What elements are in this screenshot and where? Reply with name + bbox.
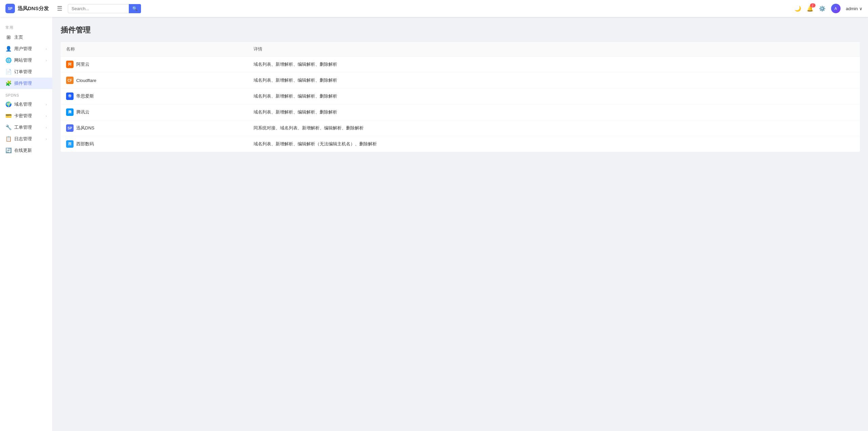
plugin-logo-aliyun: 阿 bbox=[66, 61, 74, 68]
avatar: A bbox=[831, 4, 841, 13]
sidebar-label-domain-mgmt: 域名管理 bbox=[14, 101, 32, 107]
plugin-icon: 🧩 bbox=[5, 80, 12, 86]
plugin-name-cell: 西 西部数码 bbox=[61, 136, 248, 152]
chevron-right-icon: › bbox=[46, 103, 47, 106]
col-name-header: 名称 bbox=[61, 42, 248, 57]
user-name: admin bbox=[846, 6, 858, 11]
plugin-name-aliyun: 阿里云 bbox=[76, 61, 89, 67]
sidebar-item-tools-mgmt[interactable]: 🔧 工单管理 › bbox=[0, 122, 52, 133]
sidebar-item-plugin-mgmt[interactable]: 🧩 插件管理 bbox=[0, 78, 52, 89]
plugin-name-cell: 帝 帝思爱斯 bbox=[61, 88, 248, 104]
plugin-name-cell: CF Cloudflare bbox=[61, 73, 248, 88]
plugin-detail-westdata: 域名列表、新增解析、编辑解析（无法编辑主机名）、删除解析 bbox=[248, 136, 860, 152]
sidebar-label-home: 主页 bbox=[14, 34, 23, 40]
main-content: 插件管理 名称 详情 阿 阿里云 域名列表、新增解析、编辑解析、删除解析 bbox=[53, 17, 868, 431]
plugin-logo-spfdns: SP bbox=[66, 124, 74, 132]
plugin-table: 名称 详情 阿 阿里云 域名列表、新增解析、编辑解析、删除解析 CF Cloud… bbox=[61, 42, 860, 152]
sidebar-label-user-mgmt: 用户管理 bbox=[14, 46, 32, 52]
col-detail-header: 详情 bbox=[248, 42, 860, 57]
plugin-name-spfdns: 迅风DNS bbox=[76, 125, 94, 131]
sidebar-label-online-update: 在线更新 bbox=[14, 147, 32, 153]
plugin-logo-dnsimple: 帝 bbox=[66, 93, 74, 100]
user-icon: 👤 bbox=[5, 46, 12, 52]
plugin-detail-aliyun: 域名列表、新增解析、编辑解析、删除解析 bbox=[248, 57, 860, 73]
logo-area: SP 迅风DNS分发 bbox=[5, 4, 53, 13]
sidebar-label-log-mgmt: 日志管理 bbox=[14, 136, 32, 142]
search-input[interactable] bbox=[68, 4, 129, 13]
chevron-right-icon: › bbox=[46, 59, 47, 62]
menu-toggle-button[interactable]: ☰ bbox=[56, 3, 64, 14]
plugin-name-tencent: 腾讯云 bbox=[76, 109, 89, 115]
theme-toggle-button[interactable]: 🌙 bbox=[794, 5, 801, 12]
sidebar-label-tools-mgmt: 工单管理 bbox=[14, 124, 32, 130]
logo-text: 迅风DNS分发 bbox=[18, 5, 49, 12]
plugin-name-cell: SP 迅风DNS bbox=[61, 120, 248, 136]
plugin-name-cell: 腾 腾讯云 bbox=[61, 104, 248, 120]
plugin-detail-dnsimple: 域名列表、新增解析、编辑解析、删除解析 bbox=[248, 88, 860, 104]
logo-icon: SP bbox=[5, 4, 15, 13]
search-area: 🔍 bbox=[68, 4, 141, 13]
plugin-table-container: 名称 详情 阿 阿里云 域名列表、新增解析、编辑解析、删除解析 CF Cloud… bbox=[61, 42, 860, 152]
sidebar-item-site-mgmt[interactable]: 🌐 网站管理 › bbox=[0, 55, 52, 66]
user-dropdown-icon: ∨ bbox=[859, 6, 863, 11]
chevron-right-icon: › bbox=[46, 114, 47, 118]
sidebar-label-card-mgmt: 卡密管理 bbox=[14, 113, 32, 119]
plugin-detail-tencent: 域名列表、新增解析、编辑解析、删除解析 bbox=[248, 104, 860, 120]
site-icon: 🌐 bbox=[5, 57, 12, 63]
sidebar: 常用 ⊞ 主页 👤 用户管理 › 🌐 网站管理 › 📄 订单管理 🧩 插件管理 … bbox=[0, 17, 53, 431]
chevron-right-icon: › bbox=[46, 126, 47, 129]
plugin-detail-spfdns: 同系统对接、域名列表、新增解析、编辑解析、删除解析 bbox=[248, 120, 860, 136]
plugin-name-dnsimple: 帝思爱斯 bbox=[76, 93, 94, 99]
header-right: 🌙 🔔 2 ⚙️ A admin ∨ bbox=[794, 4, 863, 13]
sidebar-item-domain-mgmt[interactable]: 🌍 域名管理 › bbox=[0, 99, 52, 110]
log-icon: 📋 bbox=[5, 136, 12, 142]
table-row: 西 西部数码 域名列表、新增解析、编辑解析（无法编辑主机名）、删除解析 bbox=[61, 136, 860, 152]
table-row: SP 迅风DNS 同系统对接、域名列表、新增解析、编辑解析、删除解析 bbox=[61, 120, 860, 136]
sidebar-section-spdns: SPDNS bbox=[0, 89, 52, 99]
plugin-logo-cloudflare: CF bbox=[66, 77, 74, 84]
plugin-name-cloudflare: Cloudflare bbox=[76, 78, 96, 83]
plugin-detail-cloudflare: 域名列表、新增解析、编辑解析、删除解析 bbox=[248, 73, 860, 88]
sidebar-item-order-mgmt[interactable]: 📄 订单管理 bbox=[0, 66, 52, 78]
user-menu[interactable]: admin ∨ bbox=[846, 6, 863, 11]
settings-button[interactable]: ⚙️ bbox=[819, 5, 826, 12]
sidebar-item-online-update[interactable]: 🔄 在线更新 bbox=[0, 145, 52, 156]
table-row: CF Cloudflare 域名列表、新增解析、编辑解析、删除解析 bbox=[61, 73, 860, 88]
plugin-logo-tencent: 腾 bbox=[66, 108, 74, 116]
notification-bell[interactable]: 🔔 2 bbox=[807, 5, 813, 12]
table-row: 腾 腾讯云 域名列表、新增解析、编辑解析、删除解析 bbox=[61, 104, 860, 120]
card-icon: 💳 bbox=[5, 113, 12, 119]
notification-badge: 2 bbox=[810, 3, 815, 7]
table-row: 帝 帝思爱斯 域名列表、新增解析、编辑解析、删除解析 bbox=[61, 88, 860, 104]
plugin-name-westdata: 西部数码 bbox=[76, 141, 94, 147]
sidebar-label-plugin-mgmt: 插件管理 bbox=[14, 80, 32, 86]
tools-icon: 🔧 bbox=[5, 124, 12, 130]
sidebar-item-card-mgmt[interactable]: 💳 卡密管理 › bbox=[0, 110, 52, 122]
domain-icon: 🌍 bbox=[5, 101, 12, 107]
chevron-right-icon: › bbox=[46, 47, 47, 51]
order-icon: 📄 bbox=[5, 69, 12, 75]
home-icon: ⊞ bbox=[5, 34, 12, 40]
sidebar-label-site-mgmt: 网站管理 bbox=[14, 57, 32, 63]
sidebar-item-user-mgmt[interactable]: 👤 用户管理 › bbox=[0, 43, 52, 55]
sidebar-item-home[interactable]: ⊞ 主页 bbox=[0, 32, 52, 43]
plugin-name-cell: 阿 阿里云 bbox=[61, 57, 248, 73]
table-row: 阿 阿里云 域名列表、新增解析、编辑解析、删除解析 bbox=[61, 57, 860, 73]
sidebar-item-log-mgmt[interactable]: 📋 日志管理 › bbox=[0, 133, 52, 145]
sidebar-section-common: 常用 bbox=[0, 21, 52, 32]
chevron-right-icon: › bbox=[46, 137, 47, 141]
search-button[interactable]: 🔍 bbox=[129, 4, 141, 13]
app-header: SP 迅风DNS分发 ☰ 🔍 🌙 🔔 2 ⚙️ A admin ∨ bbox=[0, 0, 868, 17]
update-icon: 🔄 bbox=[5, 147, 12, 153]
plugin-logo-westdata: 西 bbox=[66, 140, 74, 148]
sidebar-label-order-mgmt: 订单管理 bbox=[14, 69, 32, 75]
page-title: 插件管理 bbox=[61, 25, 860, 35]
